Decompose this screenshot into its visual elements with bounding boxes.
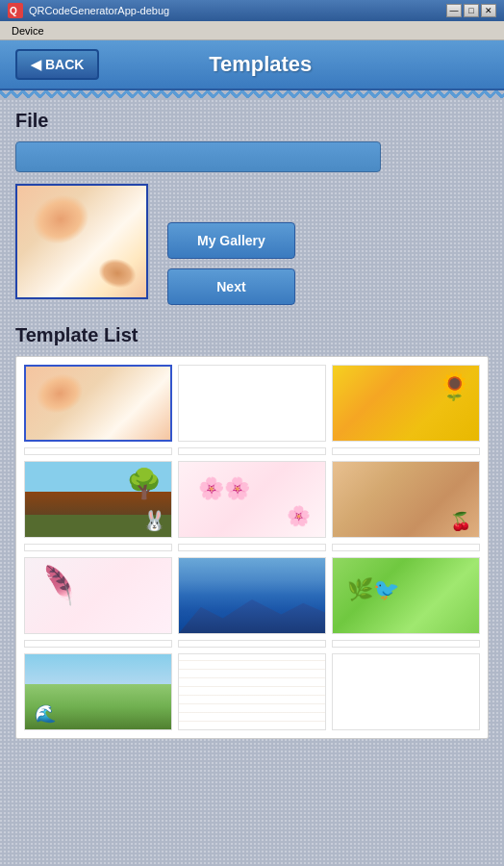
template-item-12 bbox=[332, 653, 480, 730]
svg-text:Q: Q bbox=[10, 6, 17, 16]
preview-image bbox=[17, 186, 146, 297]
template-item-8[interactable] bbox=[178, 557, 326, 634]
template-item-11[interactable] bbox=[178, 653, 326, 730]
template-row-2-spacer bbox=[24, 544, 172, 551]
template-row-1-spacer bbox=[24, 447, 172, 455]
zigzag-divider bbox=[0, 90, 504, 98]
device-menu[interactable]: Device bbox=[6, 23, 50, 38]
back-button[interactable]: ◀ BACK bbox=[15, 49, 99, 80]
title-bar-controls: — □ ✕ bbox=[446, 4, 496, 17]
action-buttons: My Gallery Next bbox=[167, 222, 295, 305]
my-gallery-button[interactable]: My Gallery bbox=[167, 222, 295, 259]
template-item-4[interactable] bbox=[24, 461, 172, 538]
template-row-3-spacer3 bbox=[332, 640, 480, 648]
next-button[interactable]: Next bbox=[167, 268, 295, 305]
header: ◀ BACK Templates bbox=[0, 40, 504, 90]
template-row-3-spacer2 bbox=[178, 640, 326, 648]
page-title: Templates bbox=[99, 52, 421, 77]
back-arrow-icon: ◀ bbox=[31, 57, 41, 72]
template-item-6[interactable] bbox=[332, 461, 480, 538]
template-row-1-spacer2 bbox=[178, 447, 326, 455]
template-row-2-spacer3 bbox=[332, 544, 480, 551]
template-item-1[interactable] bbox=[24, 365, 172, 442]
template-grid-container bbox=[15, 356, 489, 739]
template-list-label: Template List bbox=[15, 324, 489, 346]
preview-row: My Gallery Next bbox=[15, 184, 489, 305]
back-label: BACK bbox=[45, 57, 84, 72]
template-item-2[interactable] bbox=[178, 365, 326, 442]
template-item-5[interactable] bbox=[178, 461, 326, 538]
minimize-button[interactable]: — bbox=[446, 4, 462, 17]
template-item-7[interactable] bbox=[24, 557, 172, 634]
close-button[interactable]: ✕ bbox=[481, 4, 496, 17]
title-bar: Q QRCodeGeneratorApp-debug — □ ✕ bbox=[0, 0, 504, 21]
main-content: File My Gallery Next Template List bbox=[0, 98, 504, 751]
title-bar-text: QRCodeGeneratorApp-debug bbox=[29, 5, 446, 16]
menu-bar: Device bbox=[0, 21, 504, 40]
template-item-9[interactable] bbox=[332, 557, 480, 634]
file-section-label: File bbox=[15, 110, 489, 132]
template-item-10[interactable] bbox=[24, 653, 172, 730]
preview-box bbox=[15, 184, 148, 299]
maximize-button[interactable]: □ bbox=[464, 4, 479, 17]
file-input-bar[interactable] bbox=[15, 141, 381, 172]
template-item-3[interactable] bbox=[332, 365, 480, 442]
template-grid bbox=[24, 365, 480, 730]
template-row-1-spacer3 bbox=[332, 447, 480, 455]
template-row-2-spacer2 bbox=[178, 544, 326, 551]
template-row-3-spacer bbox=[24, 640, 172, 648]
app-icon: Q bbox=[8, 3, 23, 18]
